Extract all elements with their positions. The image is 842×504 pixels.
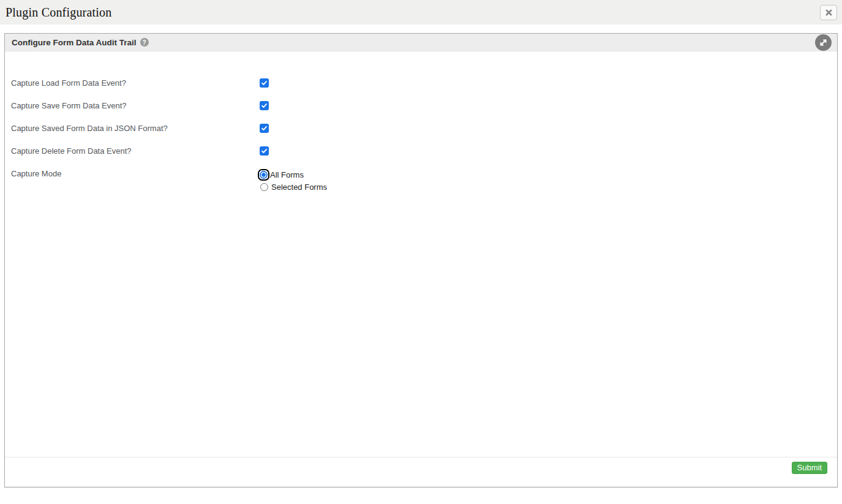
radio-option-selected-forms[interactable]: Selected Forms xyxy=(260,181,327,193)
close-icon xyxy=(825,9,833,17)
help-icon[interactable]: ? xyxy=(140,38,149,47)
capture-json-label: Capture Saved Form Data in JSON Format? xyxy=(11,124,260,134)
form-body: Capture Load Form Data Event? Capture Sa… xyxy=(5,51,837,457)
form-row-capture-json: Capture Saved Form Data in JSON Format? xyxy=(11,124,837,134)
form-row-capture-load: Capture Load Form Data Event? xyxy=(11,78,837,88)
capture-delete-label: Capture Delete Form Data Event? xyxy=(11,146,260,156)
configure-panel: Configure Form Data Audit Trail ? Captur… xyxy=(4,33,838,487)
radio-selected-icon xyxy=(260,171,268,179)
capture-save-label: Capture Save Form Data Event? xyxy=(11,101,260,111)
window-titlebar: Plugin Configuration xyxy=(0,0,842,24)
close-button[interactable] xyxy=(820,5,837,20)
radio-unselected-icon xyxy=(260,183,268,191)
capture-save-checkbox[interactable] xyxy=(260,101,269,110)
capture-json-checkbox[interactable] xyxy=(260,124,269,133)
panel-title: Configure Form Data Audit Trail xyxy=(12,38,137,47)
page-title: Plugin Configuration xyxy=(6,6,820,20)
form-row-capture-mode: Capture Mode All Forms Selected Forms xyxy=(11,169,837,193)
capture-load-checkbox[interactable] xyxy=(260,78,269,88)
capture-mode-radio-group: All Forms Selected Forms xyxy=(260,169,327,193)
panel-header: Configure Form Data Audit Trail ? xyxy=(5,34,837,51)
submit-button[interactable]: Submit xyxy=(792,462,827,474)
capture-load-label: Capture Load Form Data Event? xyxy=(11,78,260,88)
capture-mode-label: Capture Mode xyxy=(11,169,260,179)
form-row-capture-save: Capture Save Form Data Event? xyxy=(11,101,837,111)
radio-selected-forms-label: Selected Forms xyxy=(271,182,327,192)
capture-delete-checkbox[interactable] xyxy=(260,146,269,156)
radio-option-all-forms[interactable]: All Forms xyxy=(260,169,327,181)
radio-focus-ring xyxy=(258,169,269,181)
radio-all-forms-label: All Forms xyxy=(270,170,304,179)
panel-footer: Submit xyxy=(5,457,837,487)
form-row-capture-delete: Capture Delete Form Data Event? xyxy=(11,146,837,156)
expand-icon xyxy=(818,37,829,48)
expand-button[interactable] xyxy=(815,34,832,51)
